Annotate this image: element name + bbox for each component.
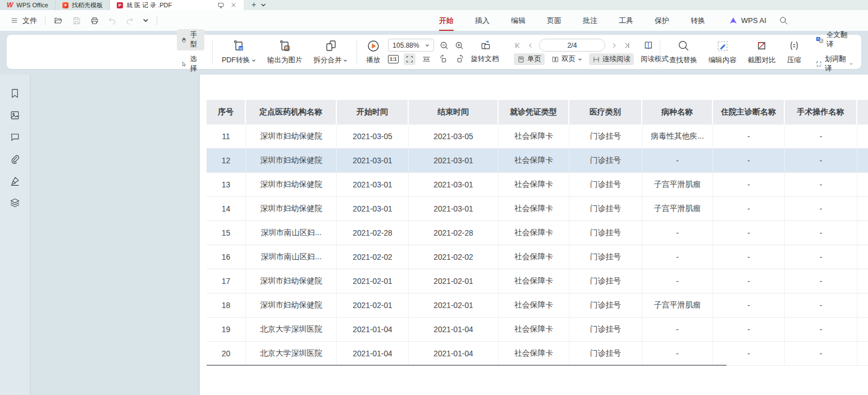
- single-page-button[interactable]: 单页: [514, 53, 545, 65]
- menu-item-list: 开始插入编辑页面批注工具保护转换: [438, 13, 706, 28]
- signature-pen-icon[interactable]: [10, 176, 20, 186]
- search-icon[interactable]: [779, 16, 788, 25]
- table-header-cell: 病种名称: [642, 100, 713, 125]
- wps-ai-button[interactable]: WPS AI: [729, 16, 766, 25]
- table-cell: 2021-03-01: [409, 197, 499, 221]
- double-page-button[interactable]: 双页: [548, 53, 586, 65]
- table-cell: -: [785, 293, 857, 317]
- edit-content-icon: [716, 39, 729, 53]
- table-cell: 门诊挂号: [569, 342, 642, 365]
- split-merge-label: 拆分合并: [313, 56, 341, 65]
- hand-tool-button[interactable]: 手型: [177, 29, 204, 50]
- table-header-cell: 开始时间: [337, 100, 409, 125]
- close-tab-icon[interactable]: [230, 2, 237, 8]
- next-page-icon[interactable]: [611, 42, 618, 49]
- table-cell: -: [785, 221, 857, 245]
- hamburger-icon[interactable]: [10, 17, 19, 24]
- pdf-file-icon: P: [117, 2, 123, 8]
- pdf-convert-button[interactable]: W PDF转换: [216, 35, 262, 69]
- first-page-icon[interactable]: [514, 42, 522, 49]
- play-button[interactable]: 播放: [360, 35, 386, 69]
- full-translate-button[interactable]: A文 全文翻译: [811, 29, 857, 50]
- quickbar-chevron-icon[interactable]: [143, 18, 149, 23]
- single-page-label: 单页: [527, 54, 541, 64]
- table-cell: 19: [207, 318, 246, 341]
- table-cell: 门诊挂号: [569, 245, 642, 269]
- word-translate-button[interactable]: A文 划词翻译: [811, 53, 857, 75]
- menu-tab[interactable]: 插入: [474, 13, 491, 28]
- select-tool-button[interactable]: 选择: [177, 53, 204, 75]
- table-cell: 2021-02-01: [337, 293, 409, 317]
- present-icon[interactable]: [217, 2, 225, 9]
- table-cell: -: [785, 125, 857, 148]
- word-translate-icon: A文: [815, 59, 822, 68]
- rotate-document-button[interactable]: 旋转文档: [471, 54, 499, 64]
- table-cell: 社会保障卡: [499, 245, 569, 269]
- new-tab-button[interactable]: +: [252, 0, 256, 10]
- compress-button[interactable]: 压缩: [782, 35, 807, 69]
- image-icon[interactable]: [10, 110, 20, 121]
- medical-records-table: 序号定点医药机构名称开始时间结束时间就诊凭证类型医疗类别病种名称住院主诊断名称手…: [207, 100, 868, 366]
- tab-medical-record-pdf[interactable]: P 就 医 记 录 .PDF: [110, 0, 244, 10]
- find-replace-button[interactable]: 查找替换: [664, 35, 703, 69]
- table-cell: 门诊挂号: [569, 293, 642, 317]
- table-cell: 20: [207, 342, 246, 365]
- continuous-read-button[interactable]: 连续阅读: [589, 53, 634, 65]
- screenshot-compare-button[interactable]: 截图对比: [742, 35, 782, 69]
- export-image-icon: [278, 39, 291, 53]
- menu-tab[interactable]: 保护: [654, 13, 670, 28]
- actual-size-button[interactable]: 1:1: [388, 55, 398, 63]
- table-cell: [857, 342, 868, 365]
- divider: [157, 16, 157, 25]
- attachment-icon[interactable]: [10, 154, 20, 164]
- table-cell: 2021-01-04: [409, 318, 499, 341]
- bookmark-icon[interactable]: [10, 88, 20, 99]
- table-cell: -: [785, 269, 857, 293]
- fit-width-button[interactable]: [421, 53, 432, 65]
- rotate-left-icon: [438, 54, 448, 64]
- prev-page-icon[interactable]: [527, 42, 534, 49]
- zoom-in-icon[interactable]: [454, 40, 464, 50]
- table-cell: 14: [207, 197, 246, 221]
- table-cell: 2021-01-04: [337, 318, 409, 341]
- undo-icon[interactable]: [108, 16, 117, 25]
- menu-tab[interactable]: 编辑: [510, 13, 527, 28]
- single-page-icon: [517, 56, 525, 63]
- table-cell: -: [785, 245, 857, 269]
- zoom-out-icon[interactable]: [439, 40, 449, 50]
- print-icon[interactable]: [90, 16, 99, 25]
- open-folder-icon[interactable]: [53, 16, 63, 25]
- table-cell: 社会保障卡: [499, 342, 569, 365]
- table-cell: [857, 149, 868, 172]
- menu-tab[interactable]: 页面: [546, 13, 563, 28]
- save-icon[interactable]: [72, 16, 81, 25]
- fit-page-button[interactable]: [404, 53, 415, 65]
- edit-content-button[interactable]: 编辑内容: [703, 35, 742, 69]
- tab-list-chevron-icon[interactable]: [261, 0, 266, 10]
- rotate-left-button[interactable]: [437, 53, 449, 65]
- zoom-level-select[interactable]: 105.88%: [388, 39, 434, 52]
- comment-icon[interactable]: [10, 132, 20, 143]
- layers-icon[interactable]: [10, 198, 20, 208]
- tab-wps-office[interactable]: W WPS Office: [0, 0, 56, 10]
- menu-tab[interactable]: 批注: [582, 13, 599, 28]
- table-cell: 2021-03-01: [337, 197, 409, 221]
- export-image-button[interactable]: 输出为图片: [262, 35, 308, 69]
- table-cell: -: [642, 269, 713, 293]
- redo-icon[interactable]: [125, 16, 134, 25]
- ribbon: 手型 选择 W PDF转换 输出为图片 拆分合并: [0, 31, 868, 75]
- menu-tab[interactable]: 工具: [618, 13, 634, 28]
- edit-content-label: 编辑内容: [709, 56, 737, 65]
- rotate-right-button[interactable]: [454, 53, 466, 65]
- last-page-icon[interactable]: [623, 42, 631, 49]
- table-header-cell: 就诊凭证类型: [499, 100, 569, 125]
- menu-tab[interactable]: 转换: [689, 13, 706, 28]
- menu-tab[interactable]: 开始: [438, 13, 455, 28]
- table-cell: 门诊挂号: [569, 269, 642, 293]
- page-indicator-input[interactable]: 2/4: [539, 39, 605, 52]
- split-merge-button[interactable]: 拆分合并: [308, 35, 353, 69]
- table-cell: 2021-03-05: [337, 125, 409, 148]
- tab-docer-templates[interactable]: ✦ 找稻壳模板: [56, 0, 110, 10]
- file-menu[interactable]: 文件: [22, 16, 37, 26]
- table-cell: 2021-02-02: [409, 245, 499, 269]
